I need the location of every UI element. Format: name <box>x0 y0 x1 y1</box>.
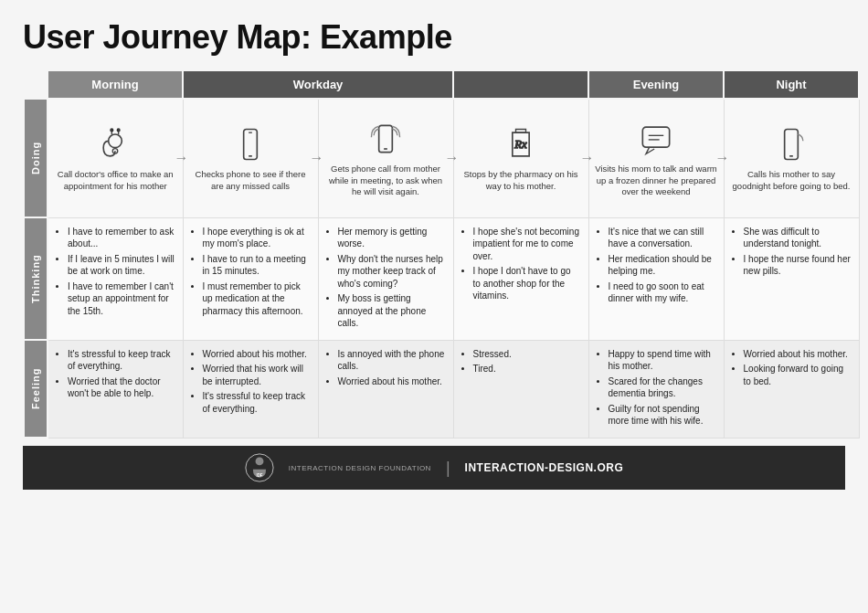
feeling-label: Feeling <box>24 340 48 438</box>
footer: IDF INTERACTION DESIGN FOUNDATION | INTE… <box>23 446 845 490</box>
phase-pharmacy <box>453 70 588 99</box>
thinking-night-list: She was difficult to understand tonight.… <box>732 226 852 278</box>
thinking-row: Thinking I have to remember to ask about… <box>24 217 859 340</box>
doing-evening-caption: Visits his mom to talk and warm up a fro… <box>594 164 719 197</box>
phone2-icon <box>771 124 811 164</box>
doing-workday1: → Checks phone to see if there are any m… <box>183 99 318 217</box>
doing-workday2-caption: Gets phone call from mother while in mee… <box>323 164 449 197</box>
stethoscope-icon <box>95 124 135 164</box>
thinking-night: She was difficult to understand tonight.… <box>724 217 859 340</box>
phone-ring-icon <box>365 119 406 159</box>
page-title: User Journey Map: Example <box>23 18 845 57</box>
doing-night: → Calls his mother to say goodnight befo… <box>724 99 859 217</box>
doing-label: Doing <box>24 99 48 217</box>
thinking-workday2-list: Her memory is getting worse. Why don't t… <box>326 226 446 330</box>
doing-pharmacy-caption: Stops by the pharmacy on his way to his … <box>459 169 584 192</box>
doing-row: Doing Call doctor's office to make an ap… <box>24 99 859 217</box>
doing-workday2: → Gets phone call from mother while in m… <box>318 99 453 217</box>
thinking-evening: It's nice that we can still have a conve… <box>588 217 724 340</box>
svg-rect-4 <box>244 130 258 160</box>
feeling-workday2-list: Is annoyed with the phone calls. Worried… <box>326 348 446 388</box>
feeling-workday2: Is annoyed with the phone calls. Worried… <box>318 340 453 438</box>
feeling-evening-list: Happy to spend time with his mother. Sca… <box>597 348 716 428</box>
phone-icon <box>230 124 270 164</box>
pharmacy-icon: Rx <box>501 124 541 164</box>
doing-night-caption: Calls his mother to say goodnight before… <box>729 169 854 192</box>
svg-rect-10 <box>642 127 669 147</box>
page: User Journey Map: Example Morning Workda… <box>0 0 868 613</box>
doing-workday1-caption: Checks phone to see if there are any mis… <box>188 169 313 192</box>
feeling-pharmacy-list: Stressed. Tired. <box>461 348 581 375</box>
feeling-night: Worried about his mother. Looking forwar… <box>724 340 859 438</box>
thinking-morning: I have to remember to ask about... If I … <box>48 217 183 340</box>
doing-evening: → Visits his mom to talk and warm up a f… <box>588 99 724 217</box>
doing-morning-caption: Call doctor's office to make an appointm… <box>53 169 178 192</box>
feeling-night-list: Worried about his mother. Looking forwar… <box>732 348 852 388</box>
svg-point-16 <box>255 457 263 465</box>
phase-morning: Morning <box>48 70 183 99</box>
thinking-evening-list: It's nice that we can still have a conve… <box>597 226 716 305</box>
thinking-workday1: I hope everything is ok at my mom's plac… <box>183 217 318 340</box>
doing-pharmacy: → Rx Stops by the pharmacy on his way to… <box>453 99 588 217</box>
svg-text:Rx: Rx <box>513 138 527 151</box>
feeling-morning: It's stressful to keep track of everythi… <box>48 340 183 438</box>
idf-logo-icon: IDF <box>245 453 274 482</box>
feeling-workday1: Worried about his mother. Worried that h… <box>183 340 318 438</box>
thinking-morning-list: I have to remember to ask about... If I … <box>56 226 175 318</box>
thinking-pharmacy: I hope she's not becoming impatient for … <box>453 217 588 340</box>
feeling-evening: Happy to spend time with his mother. Sca… <box>588 340 724 438</box>
feeling-morning-list: It's stressful to keep track of everythi… <box>56 348 175 400</box>
svg-rect-13 <box>785 130 799 160</box>
footer-org-label: INTERACTION DESIGN FOUNDATION <box>289 464 431 472</box>
chat-icon <box>636 119 676 159</box>
doing-morning: Call doctor's office to make an appointm… <box>48 99 183 217</box>
thinking-pharmacy-list: I hope she's not becoming impatient for … <box>461 226 581 302</box>
svg-point-2 <box>111 129 113 132</box>
footer-url: INTERACTION-DESIGN.ORG <box>465 461 624 474</box>
feeling-pharmacy: Stressed. Tired. <box>453 340 588 438</box>
phase-workday: Workday <box>183 70 453 99</box>
feeling-row: Feeling It's stressful to keep track of … <box>24 340 859 438</box>
svg-point-3 <box>118 129 121 132</box>
svg-text:IDF: IDF <box>256 473 262 478</box>
footer-divider: | <box>446 459 450 478</box>
phase-night: Night <box>724 70 859 99</box>
feeling-workday1-list: Worried about his mother. Worried that h… <box>191 348 311 416</box>
svg-point-0 <box>109 134 122 148</box>
thinking-label: Thinking <box>24 217 48 340</box>
thinking-workday1-list: I hope everything is ok at my mom's plac… <box>191 226 311 318</box>
phase-header-row: Morning Workday Evening Night <box>24 70 859 99</box>
phase-evening: Evening <box>588 70 724 99</box>
thinking-workday2: Her memory is getting worse. Why don't t… <box>318 217 453 340</box>
